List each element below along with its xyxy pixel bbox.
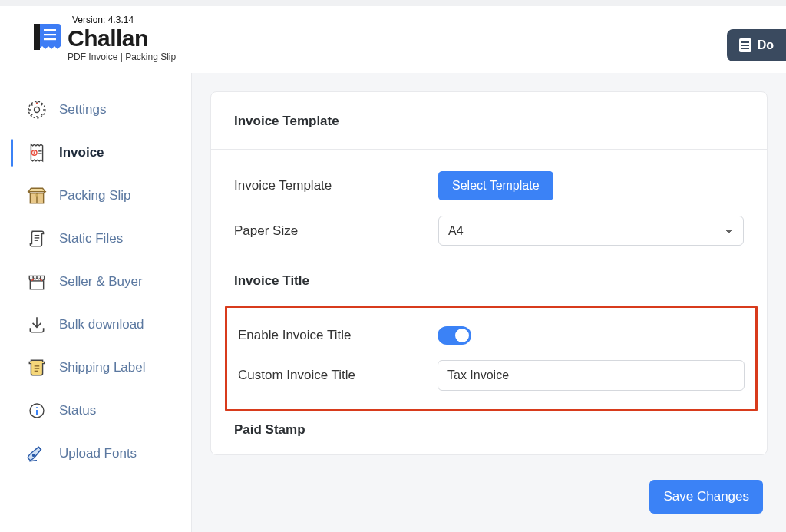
sidebar-item-bulk-download[interactable]: Bulk download: [0, 303, 191, 346]
sidebar-item-label: Upload Fonts: [59, 446, 137, 461]
scroll-icon: [25, 228, 48, 249]
sidebar-item-seller-buyer[interactable]: Seller & Buyer: [0, 260, 191, 303]
download-icon: [25, 314, 48, 335]
label-custom-invoice-title: Custom Invoice Title: [238, 368, 438, 383]
sidebar-item-label: Invoice: [59, 145, 104, 160]
svg-rect-1: [44, 34, 56, 35]
svg-rect-15: [30, 281, 43, 289]
box-icon: [25, 185, 48, 207]
highlighted-invoice-title-area: Enable Invoice Title Custom Invoice Titl…: [225, 306, 758, 411]
gear-icon: [25, 99, 48, 121]
sidebar-item-upload-fonts[interactable]: Upload Fonts: [0, 432, 191, 475]
sidebar-item-label: Seller & Buyer: [59, 274, 143, 289]
sidebar-item-label: Bulk download: [59, 317, 144, 332]
app-subtitle: PDF Invoice | Packing Slip: [68, 51, 176, 62]
section-header-paid-stamp: Paid Stamp: [211, 411, 767, 454]
section-header-invoice-template: Invoice Template: [211, 92, 767, 150]
store-icon: [25, 271, 48, 292]
select-template-button[interactable]: Select Template: [438, 171, 553, 200]
sidebar-item-label: Status: [59, 403, 96, 418]
pen-icon: [25, 443, 48, 464]
sidebar-item-label: Packing Slip: [59, 188, 131, 203]
save-changes-button[interactable]: Save Changes: [649, 480, 763, 514]
sidebar-item-status[interactable]: Status: [0, 389, 191, 432]
svg-rect-0: [44, 29, 56, 31]
sidebar: Settings Invoice: [0, 73, 192, 532]
paper-size-select[interactable]: A4: [438, 216, 744, 246]
sidebar-item-packing-slip[interactable]: Packing Slip: [0, 174, 191, 217]
svg-point-22: [33, 454, 35, 456]
svg-point-5: [36, 103, 38, 104]
row-paper-size: Paper Size A4: [211, 208, 767, 253]
label-icon: [25, 357, 48, 378]
svg-point-20: [36, 407, 38, 408]
enable-invoice-title-toggle[interactable]: [438, 326, 471, 345]
sidebar-item-invoice[interactable]: Invoice: [0, 131, 191, 174]
info-icon: [25, 400, 48, 421]
sidebar-item-settings[interactable]: Settings: [0, 88, 191, 131]
label-paper-size: Paper Size: [234, 223, 438, 239]
top-bar: Version: 4.3.14 Challan PDF Invoice | Pa…: [0, 0, 786, 73]
invoice-icon: [25, 142, 48, 164]
sidebar-item-label: Settings: [59, 102, 106, 117]
document-icon: [739, 38, 751, 52]
logo: Version: 4.3.14 Challan PDF Invoice | Pa…: [31, 18, 176, 62]
label-enable-invoice-title: Enable Invoice Title: [238, 328, 438, 343]
docs-button[interactable]: Do: [727, 29, 786, 61]
sidebar-item-shipping-label[interactable]: Shipping Label: [0, 346, 191, 389]
sidebar-item-static-files[interactable]: Static Files: [0, 217, 191, 260]
docs-button-label: Do: [758, 38, 774, 52]
section-header-invoice-title: Invoice Title: [211, 259, 767, 306]
sidebar-item-label: Shipping Label: [59, 360, 145, 375]
main-content: Invoice Template Invoice Template Select…: [192, 73, 786, 532]
sidebar-item-label: Static Files: [59, 231, 123, 246]
svg-rect-2: [44, 38, 56, 40]
invoice-settings-card: Invoice Template Invoice Template Select…: [210, 91, 768, 455]
challan-logo-icon: [31, 21, 61, 53]
app-title: Challan: [68, 27, 176, 50]
svg-rect-11: [35, 194, 38, 197]
custom-invoice-title-input[interactable]: [438, 360, 745, 391]
row-enable-invoice-title: Enable Invoice Title: [227, 319, 755, 352]
svg-point-3: [35, 107, 40, 113]
row-custom-invoice-title: Custom Invoice Title: [227, 352, 755, 398]
row-invoice-template: Invoice Template Select Template: [211, 164, 767, 208]
label-invoice-template: Invoice Template: [234, 178, 438, 193]
version-label: Version: 4.3.14: [72, 15, 134, 25]
